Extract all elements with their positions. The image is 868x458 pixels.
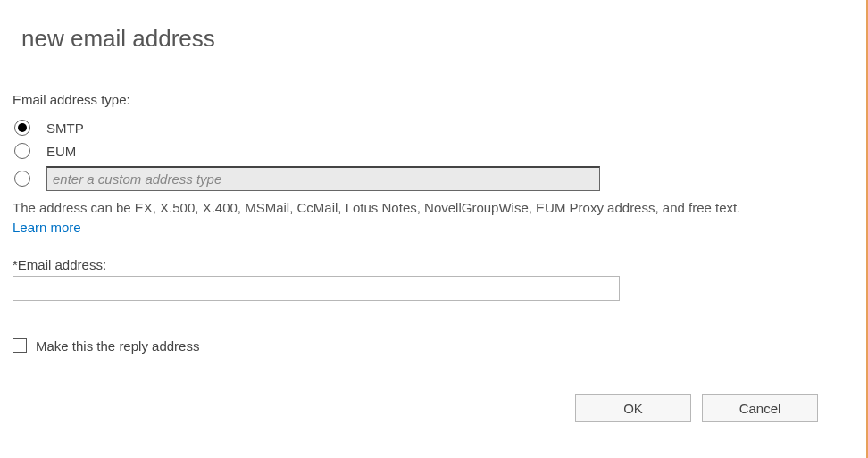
radio-icon bbox=[14, 143, 30, 159]
radio-row-smtp[interactable]: SMTP bbox=[13, 120, 854, 136]
radio-label-smtp: SMTP bbox=[46, 121, 84, 136]
help-text: The address can be EX, X.500, X.400, MSM… bbox=[13, 198, 745, 237]
radio-icon bbox=[14, 120, 30, 136]
help-text-body: The address can be EX, X.500, X.400, MSM… bbox=[13, 200, 740, 215]
reply-address-label: Make this the reply address bbox=[36, 338, 199, 354]
address-type-radio-group: SMTP EUM bbox=[13, 120, 854, 191]
email-address-label: *Email address: bbox=[13, 257, 854, 272]
radio-icon bbox=[14, 171, 30, 187]
radio-selected-icon bbox=[18, 123, 27, 132]
cancel-button[interactable]: Cancel bbox=[702, 394, 818, 422]
checkbox-icon bbox=[13, 338, 27, 353]
learn-more-link[interactable]: Learn more bbox=[13, 220, 81, 235]
radio-row-custom[interactable] bbox=[13, 166, 854, 191]
reply-address-checkbox-row[interactable]: Make this the reply address bbox=[13, 338, 854, 354]
radio-row-eum[interactable]: EUM bbox=[13, 143, 854, 159]
ok-button[interactable]: OK bbox=[575, 394, 691, 422]
custom-address-type-input[interactable] bbox=[46, 166, 600, 191]
dialog-buttons: OK Cancel bbox=[575, 394, 818, 422]
email-address-input[interactable] bbox=[13, 276, 620, 301]
address-type-label: Email address type: bbox=[13, 92, 854, 107]
radio-label-eum: EUM bbox=[46, 144, 76, 159]
page-title: new email address bbox=[13, 25, 854, 53]
